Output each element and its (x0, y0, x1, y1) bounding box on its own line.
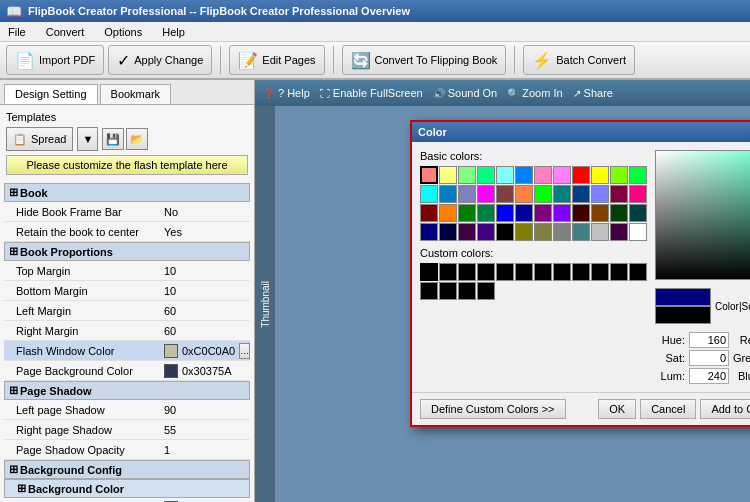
add-custom-color-button[interactable]: Add to Custom Colors (700, 399, 750, 419)
basic-color-cell[interactable] (496, 204, 514, 222)
share-button[interactable]: ↗ Share (573, 87, 613, 99)
custom-color-cell[interactable] (458, 282, 476, 300)
basic-color-cell[interactable] (591, 204, 609, 222)
basic-color-cell[interactable] (572, 204, 590, 222)
custom-color-cell[interactable] (629, 263, 647, 281)
help-button[interactable]: ❓ ? Help (263, 87, 310, 99)
custom-color-cell[interactable] (610, 263, 628, 281)
basic-color-cell[interactable] (534, 185, 552, 203)
cancel-button[interactable]: Cancel (640, 399, 696, 419)
customize-button[interactable]: Please customize the flash template here (6, 155, 248, 175)
basic-color-cell[interactable] (572, 166, 590, 184)
basic-color-cell[interactable] (629, 166, 647, 184)
setting-name-bottom-margin: Bottom Margin (4, 285, 160, 297)
template-open-icon[interactable]: 📂 (126, 128, 148, 150)
basic-color-cell[interactable] (439, 166, 457, 184)
custom-color-cell[interactable] (553, 263, 571, 281)
setting-value-flash-window: 0xC0C0A0 … (160, 343, 250, 359)
basic-color-cell[interactable] (458, 166, 476, 184)
basic-color-cell[interactable] (458, 223, 476, 241)
dialog-left-panel: Basic colors: Custom colors: (420, 150, 647, 384)
template-dropdown-button[interactable]: ▼ (77, 127, 98, 151)
basic-color-cell[interactable] (591, 185, 609, 203)
custom-color-cell[interactable] (420, 263, 438, 281)
custom-color-cell[interactable] (439, 282, 457, 300)
basic-color-cell[interactable] (458, 185, 476, 203)
basic-color-cell[interactable] (420, 204, 438, 222)
custom-color-cell[interactable] (439, 263, 457, 281)
right-panel: ❓ ? Help ⛶ Enable FullScreen 🔊 Sound On … (255, 80, 750, 502)
convert-button[interactable]: 🔄 Convert To Flipping Book (342, 45, 507, 75)
menu-options[interactable]: Options (100, 24, 146, 40)
custom-color-cell[interactable] (591, 263, 609, 281)
color-spectrum[interactable] (655, 150, 750, 280)
basic-color-cell[interactable] (515, 185, 533, 203)
basic-color-cell[interactable] (477, 166, 495, 184)
custom-color-cell[interactable] (477, 282, 495, 300)
sat-input[interactable] (689, 350, 729, 366)
basic-color-cell[interactable] (572, 185, 590, 203)
basic-color-cell[interactable] (420, 166, 438, 184)
basic-color-cell[interactable] (515, 223, 533, 241)
flash-window-edit-button[interactable]: … (239, 343, 250, 359)
basic-color-cell[interactable] (496, 223, 514, 241)
basic-color-cell[interactable] (534, 223, 552, 241)
sound-button[interactable]: 🔊 Sound On (433, 87, 498, 99)
import-pdf-button[interactable]: 📄 Import PDF (6, 45, 104, 75)
basic-color-cell[interactable] (610, 166, 628, 184)
basic-color-cell[interactable] (439, 185, 457, 203)
basic-color-cell[interactable] (610, 204, 628, 222)
basic-color-cell[interactable] (477, 185, 495, 203)
tab-design-setting[interactable]: Design Setting (4, 84, 98, 104)
custom-color-cell[interactable] (515, 263, 533, 281)
template-select-button[interactable]: 📋 Spread (6, 127, 73, 151)
menu-convert[interactable]: Convert (42, 24, 89, 40)
hue-input[interactable] (689, 332, 729, 348)
batch-convert-button[interactable]: ⚡ Batch Convert (523, 45, 635, 75)
basic-color-cell[interactable] (496, 166, 514, 184)
basic-color-cell[interactable] (553, 204, 571, 222)
tab-bookmark[interactable]: Bookmark (100, 84, 172, 104)
basic-color-cell[interactable] (553, 185, 571, 203)
basic-color-cell[interactable] (496, 185, 514, 203)
edit-pages-button[interactable]: 📝 Edit Pages (229, 45, 324, 75)
zoom-button[interactable]: 🔍 Zoom In (507, 87, 562, 99)
basic-color-cell[interactable] (534, 204, 552, 222)
template-save-icon[interactable]: 💾 (102, 128, 124, 150)
fullscreen-button[interactable]: ⛶ Enable FullScreen (320, 87, 423, 99)
basic-color-cell[interactable] (553, 166, 571, 184)
define-custom-colors-button[interactable]: Define Custom Colors >> (420, 399, 566, 419)
custom-color-cell[interactable] (496, 263, 514, 281)
custom-color-cell[interactable] (477, 263, 495, 281)
basic-color-cell[interactable] (591, 166, 609, 184)
basic-color-cell[interactable] (439, 204, 457, 222)
group-expand-shadow-icon: ⊞ (9, 384, 18, 397)
basic-color-cell[interactable] (591, 223, 609, 241)
basic-color-cell[interactable] (572, 223, 590, 241)
basic-color-cell[interactable] (458, 204, 476, 222)
menu-file[interactable]: File (4, 24, 30, 40)
basic-color-cell[interactable] (534, 166, 552, 184)
basic-color-cell[interactable] (629, 204, 647, 222)
custom-color-cell[interactable] (534, 263, 552, 281)
basic-color-cell[interactable] (477, 204, 495, 222)
lum-input[interactable] (689, 368, 729, 384)
basic-color-cell[interactable] (477, 223, 495, 241)
menu-help[interactable]: Help (158, 24, 189, 40)
basic-color-cell[interactable] (439, 223, 457, 241)
custom-color-cell[interactable] (458, 263, 476, 281)
basic-color-cell[interactable] (610, 185, 628, 203)
basic-color-cell[interactable] (515, 204, 533, 222)
ok-button[interactable]: OK (598, 399, 636, 419)
basic-color-cell[interactable] (610, 223, 628, 241)
custom-color-cell[interactable] (572, 263, 590, 281)
basic-color-cell[interactable] (515, 166, 533, 184)
basic-color-cell[interactable] (553, 223, 571, 241)
sat-row: Sat: Green: (655, 350, 750, 366)
apply-change-button[interactable]: ✓ Apply Change (108, 45, 212, 75)
basic-color-cell[interactable] (629, 223, 647, 241)
custom-color-cell[interactable] (420, 282, 438, 300)
basic-color-cell[interactable] (420, 223, 438, 241)
basic-color-cell[interactable] (420, 185, 438, 203)
basic-color-cell[interactable] (629, 185, 647, 203)
